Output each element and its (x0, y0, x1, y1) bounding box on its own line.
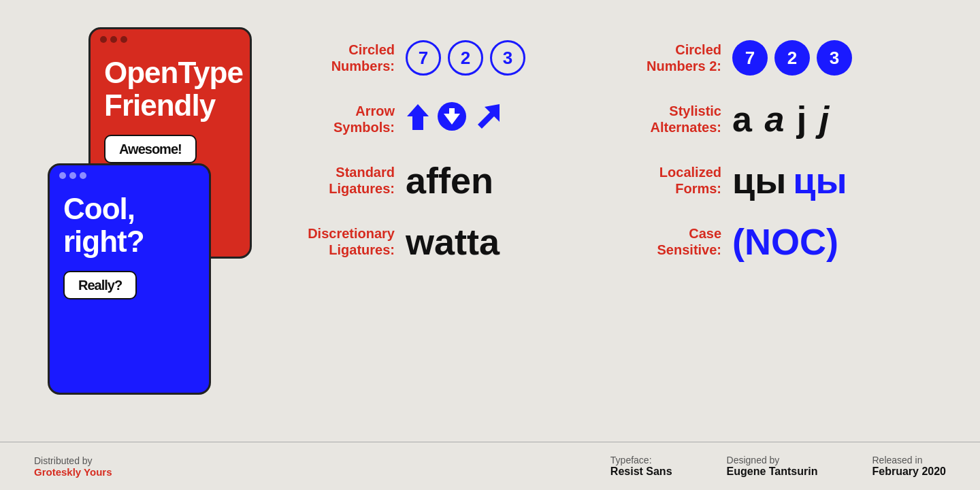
feature-standard-ligatures: StandardLigatures: affen (293, 150, 619, 211)
footer-released: Released in February 2020 (872, 455, 946, 478)
top-section: OpenType Friendly Awesome! Cool, right? … (0, 0, 980, 442)
case-sensitive-text: (NOC) (732, 220, 838, 263)
circled-numbers-label: CircledNumbers: (299, 42, 395, 74)
phone-red-heading: OpenType Friendly (104, 56, 236, 122)
arrow-down-circle-icon (437, 101, 467, 137)
footer: Distributed by Groteskly Yours Typeface:… (0, 442, 980, 490)
svg-marker-3 (478, 104, 500, 129)
circled-num-2: 2 (448, 40, 483, 76)
footer-info: Typeface: Resist Sans Designed by Eugene… (610, 455, 946, 478)
circled-numbers-2-value: 7 2 3 (732, 40, 852, 76)
arrow-symbols-value (406, 101, 501, 137)
phone-blue-dot2 (69, 172, 76, 179)
feature-localized-forms: LocalizedForms: цы цы (619, 150, 946, 211)
feature-discretionary-ligatures: DiscretionaryLigatures: watta (293, 211, 619, 272)
discretionary-ligatures-label: DiscretionaryLigatures: (299, 225, 395, 258)
circled-num-3: 3 (490, 40, 525, 76)
localized-text-2: цы (793, 159, 847, 201)
phone-blue-titlebar (50, 165, 209, 186)
phones-area: OpenType Friendly Awesome! Cool, right? … (34, 27, 265, 422)
circled-num-filled-2: 2 (774, 40, 810, 76)
feature-arrow-symbols: ArrowSymbols: (293, 88, 619, 150)
phone-red-button: Awesome! (104, 135, 197, 163)
feature-circled-numbers: CircledNumbers: 7 2 3 (293, 27, 619, 88)
standard-ligatures-label: StandardLigatures: (299, 164, 395, 197)
case-sensitive-value: (NOC) (732, 220, 838, 263)
phone-blue-heading: Cool, right? (63, 193, 195, 259)
circled-numbers-value: 7 2 3 (406, 40, 525, 76)
circled-num-filled-3: 3 (817, 40, 852, 76)
phone-red-body: OpenType Friendly Awesome! (91, 50, 250, 177)
standard-ligatures-value: affen (406, 159, 493, 201)
typeface-label: Typeface: (610, 455, 672, 466)
distributed-by-label: Distributed by (34, 455, 112, 466)
main-container: OpenType Friendly Awesome! Cool, right? … (0, 0, 980, 490)
phone-blue-button: Really? (63, 271, 137, 299)
released-value: February 2020 (872, 466, 946, 478)
phone-blue-dot3 (80, 172, 86, 179)
feature-circled-numbers-2: CircledNumbers 2: 7 2 3 (619, 27, 946, 88)
phone-red-dot3 (120, 36, 127, 43)
case-sensitive-label: CaseSensitive: (626, 225, 721, 258)
discretionary-ligatures-value: watta (406, 220, 500, 263)
designed-by-label: Designed by (727, 455, 818, 466)
localized-forms-value: цы цы (732, 159, 847, 201)
circled-num-filled-7: 7 (732, 40, 768, 76)
footer-designed-by: Designed by Eugene Tantsurin (727, 455, 818, 478)
phone-red-titlebar (91, 29, 250, 50)
ligature-text: affen (406, 159, 493, 201)
disc-ligature-text: watta (406, 220, 500, 263)
typeface-value: Resist Sans (610, 466, 672, 478)
distributed-by-name: Groteskly Yours (34, 466, 112, 478)
phone-blue-body: Cool, right? Really? (50, 186, 209, 313)
svg-marker-0 (407, 104, 429, 130)
stylistic-alternates-label: StylisticAlternates: (626, 103, 721, 135)
localized-forms-label: LocalizedForms: (626, 164, 721, 197)
designed-by-value: Eugene Tantsurin (727, 466, 818, 478)
circled-num-7: 7 (406, 40, 441, 76)
features-grid: CircledNumbers: 7 2 3 CircledNumbers 2: … (265, 27, 946, 272)
phone-red-dot1 (100, 36, 107, 43)
localized-text-1: цы (732, 159, 786, 201)
arrow-up-icon (406, 103, 430, 135)
feature-case-sensitive: CaseSensitive: (NOC) (619, 211, 946, 272)
phone-blue-dot1 (59, 172, 66, 179)
circled-numbers-2-label: CircledNumbers 2: (626, 42, 721, 74)
arrow-diagonal-icon (474, 103, 501, 136)
stylistic-alternates-value: a a j j (732, 99, 830, 140)
stylistic-val-text: a a j j (732, 99, 830, 140)
feature-stylistic-alternates: StylisticAlternates: a a j j (619, 88, 946, 150)
phone-red-dot2 (110, 36, 117, 43)
arrow-symbols-label: ArrowSymbols: (299, 103, 395, 135)
released-label: Released in (872, 455, 946, 466)
footer-distributed-by: Distributed by Groteskly Yours (34, 455, 112, 478)
phone-blue: Cool, right? Really? (48, 163, 211, 395)
footer-typeface: Typeface: Resist Sans (610, 455, 672, 478)
